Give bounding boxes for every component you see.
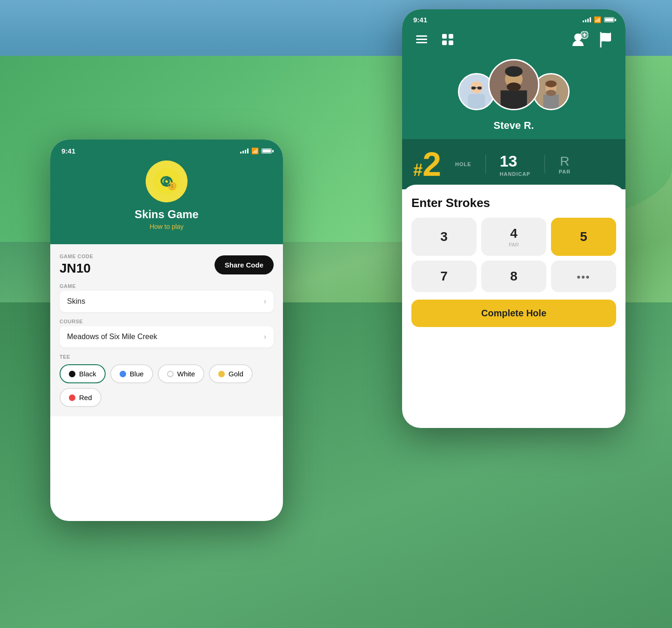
scorecard-button[interactable]	[439, 31, 456, 48]
chevron-right-icon: ›	[264, 297, 266, 306]
add-player-icon	[571, 31, 588, 48]
tee-white-dot	[167, 371, 174, 377]
status-icons-right: 📶	[583, 16, 614, 23]
tee-black-button[interactable]: Black	[60, 364, 106, 383]
svg-point-27	[507, 82, 521, 91]
phone-right: 9:41 📶	[402, 9, 625, 428]
stroke-8-button[interactable]: 8	[481, 261, 546, 292]
player-name: Steve R.	[413, 120, 614, 139]
tee-white-label: White	[177, 370, 195, 378]
hole-label: HOLE	[455, 161, 471, 167]
tee-options: Black Blue White Gold	[60, 364, 274, 407]
svg-rect-7	[416, 42, 427, 43]
flag-icon	[599, 32, 613, 47]
hole-hash: #	[413, 160, 423, 180]
game-field-group: GAME Skins ›	[60, 283, 274, 312]
par-detail: R PAR	[559, 154, 571, 174]
divider	[485, 155, 486, 174]
tee-red-button[interactable]: Red	[60, 388, 101, 407]
hamburger-icon	[416, 35, 427, 44]
app-logo: $	[146, 160, 188, 202]
divider-2	[544, 155, 545, 174]
share-code-button[interactable]: Share Code	[215, 255, 274, 274]
status-bar-left: 9:41 📶	[61, 147, 272, 155]
svg-rect-10	[442, 40, 447, 45]
phone-left: 9:41 📶	[50, 140, 283, 521]
flag-button[interactable]	[598, 31, 614, 48]
complete-hole-button[interactable]: Complete Hole	[411, 300, 616, 327]
tee-gold-dot	[218, 371, 225, 377]
chevron-right-icon-2: ›	[264, 333, 266, 341]
stroke-5-button[interactable]: 5	[551, 218, 616, 256]
player-2-avatar	[490, 59, 538, 110]
wifi-icon-right: 📶	[594, 16, 601, 23]
enter-strokes-section: Enter Strokes 3 4 PAR 5 7 8	[402, 185, 625, 338]
tee-label: TEE	[60, 354, 274, 360]
svg-point-26	[505, 66, 523, 77]
tee-blue-button[interactable]: Blue	[110, 364, 153, 383]
signal-icon	[240, 148, 249, 154]
game-code-label: GAME CODE	[60, 254, 93, 259]
wifi-icon: 📶	[251, 147, 259, 154]
scorecard-icon	[442, 33, 454, 46]
game-code-section: GAME CODE JN10	[60, 254, 93, 276]
svg-rect-11	[449, 40, 453, 45]
course-value: Meadows of Six Mile Creek	[67, 333, 157, 341]
game-code-row: GAME CODE JN10 Share Code	[60, 254, 274, 276]
tee-red-dot	[69, 394, 75, 401]
svg-rect-6	[416, 39, 427, 40]
svg-point-32	[545, 80, 557, 87]
game-value: Skins	[67, 297, 85, 306]
stroke-3-button[interactable]: 3	[411, 218, 477, 256]
app-subtitle[interactable]: How to play	[61, 223, 272, 230]
time-left: 9:41	[61, 147, 75, 155]
handicap-label: HANDICAP	[500, 171, 531, 177]
battery-icon-right	[604, 17, 614, 22]
course-field-box[interactable]: Meadows of Six Mile Creek ›	[60, 326, 274, 347]
status-icons-left: 📶	[240, 147, 272, 154]
menu-button[interactable]	[413, 31, 430, 48]
tee-white-button[interactable]: White	[158, 364, 204, 383]
left-phone-header: 9:41 📶	[50, 140, 283, 244]
tee-red-label: Red	[79, 394, 92, 401]
player-3-avatar	[534, 73, 568, 110]
avatar-center[interactable]	[488, 59, 539, 110]
game-code-value: JN10	[60, 261, 93, 276]
hole-detail: HOLE	[455, 161, 471, 167]
svg-rect-8	[442, 34, 447, 39]
app-title: Skins Game	[61, 208, 272, 221]
par-indicator: PAR	[486, 242, 542, 247]
tee-section: TEE Black Blue White	[60, 354, 274, 407]
tee-gold-button[interactable]: Gold	[209, 364, 253, 383]
skins-logo-svg: $	[153, 167, 181, 195]
right-phone-header: 9:41 📶	[402, 9, 625, 139]
tee-blue-label: Blue	[130, 370, 144, 378]
hole-number-display: # 2	[413, 147, 441, 181]
svg-rect-5	[416, 35, 427, 37]
game-field-box[interactable]: Skins ›	[60, 291, 274, 312]
right-header-icons	[413, 27, 614, 54]
battery-icon	[262, 148, 272, 154]
left-phone-body: GAME CODE JN10 Share Code GAME Skins › C…	[50, 244, 283, 416]
status-bar-right: 9:41 📶	[413, 9, 614, 27]
phones-container: 9:41 📶	[0, 0, 672, 628]
par-label: PAR	[559, 169, 571, 174]
svg-rect-21	[477, 87, 482, 89]
handicap-detail: 13 HANDICAP	[500, 152, 531, 177]
svg-rect-19	[468, 94, 485, 109]
enter-strokes-title: Enter Strokes	[411, 196, 616, 210]
par-value: R	[560, 154, 569, 169]
avatars-row	[413, 54, 614, 120]
stroke-more-button[interactable]: •••	[551, 261, 616, 292]
stroke-7-button[interactable]: 7	[411, 261, 477, 292]
tee-black-dot	[69, 371, 75, 377]
add-player-button[interactable]	[571, 31, 588, 48]
tee-black-label: Black	[79, 370, 96, 378]
game-label: GAME	[60, 283, 274, 289]
svg-rect-9	[449, 34, 453, 39]
tee-blue-dot	[120, 371, 126, 377]
signal-icon-right	[583, 17, 591, 22]
stroke-4-button[interactable]: 4 PAR	[481, 218, 546, 256]
course-label: COURSE	[60, 319, 274, 324]
svg-rect-25	[501, 90, 527, 109]
